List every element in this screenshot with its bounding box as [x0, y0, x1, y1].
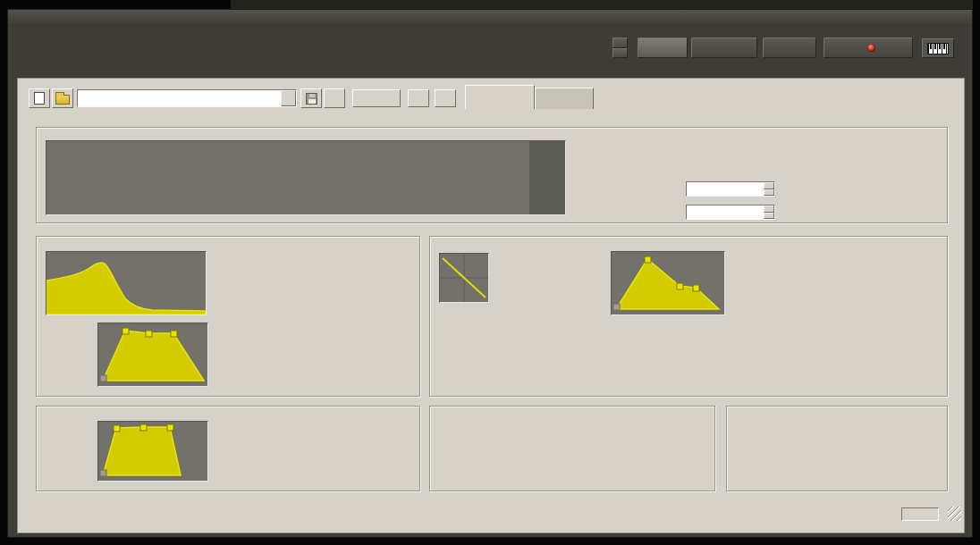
- preset-dropdown-icon[interactable]: [281, 90, 296, 106]
- save-preset-button[interactable]: [300, 88, 322, 108]
- end-up-icon[interactable]: [764, 205, 774, 213]
- start-value: [687, 182, 764, 196]
- titlebar[interactable]: [8, 10, 972, 27]
- close-icon[interactable]: [951, 12, 965, 25]
- filter-curve: [46, 252, 206, 314]
- status-box: [901, 507, 939, 521]
- open-preset-button[interactable]: [52, 88, 73, 108]
- keyboard-icon: [927, 43, 949, 54]
- dcf-envelope-curve: [98, 323, 207, 386]
- dca-envelope-display[interactable]: [97, 421, 208, 482]
- open-folder-icon: [55, 95, 70, 105]
- record-button: [691, 38, 757, 58]
- start-up-icon[interactable]: [764, 182, 774, 189]
- sample-waveform-display[interactable]: [46, 140, 566, 215]
- filter-response-display[interactable]: [46, 251, 207, 315]
- bypass-button[interactable]: [824, 38, 913, 58]
- save-disk-icon: [306, 93, 317, 105]
- out-group: [726, 406, 948, 491]
- dca-envelope-curve: [98, 422, 207, 481]
- virtual-keyboard-button[interactable]: [922, 38, 954, 58]
- dcf-envelope-display[interactable]: [97, 323, 208, 387]
- new-file-icon: [34, 92, 45, 105]
- lfo-shape-display[interactable]: [439, 253, 489, 303]
- new-preset-button[interactable]: [29, 88, 50, 108]
- preset-combobox[interactable]: [77, 89, 297, 107]
- waveform-end-region: [529, 141, 565, 214]
- end-value: [687, 205, 764, 219]
- stepper-down-icon[interactable]: [612, 48, 628, 59]
- reset-button: [352, 89, 401, 107]
- def-group: [429, 406, 715, 491]
- scheme-b-button[interactable]: [435, 89, 456, 107]
- lfo-envelope-display[interactable]: [611, 251, 725, 315]
- scheme-a-button[interactable]: [408, 89, 429, 107]
- delete-preset-button[interactable]: [324, 88, 345, 108]
- dcf-group: [36, 236, 420, 397]
- preset-name: [78, 90, 281, 106]
- samplv1-editor: [17, 78, 965, 533]
- background-window-fragment: [231, 0, 973, 9]
- remove-button: [763, 38, 816, 58]
- tab-sampler[interactable]: [465, 85, 535, 109]
- plugin-window: [7, 9, 973, 538]
- lfo-envelope-curve: [612, 252, 724, 314]
- start-down-icon[interactable]: [764, 189, 774, 197]
- end-down-icon[interactable]: [764, 213, 774, 220]
- lfo-group: [429, 236, 948, 397]
- lfo-shape-curve: [440, 254, 488, 302]
- stepper-up-icon[interactable]: [612, 38, 628, 48]
- preset-index-stepper[interactable]: [612, 38, 628, 58]
- gen-group: [36, 127, 948, 223]
- end-spinbox[interactable]: [686, 205, 775, 220]
- bypass-led-icon: [867, 44, 875, 52]
- tab-effects[interactable]: [535, 88, 594, 109]
- dca-group: [36, 406, 420, 491]
- start-spinbox[interactable]: [686, 181, 775, 197]
- resize-grip[interactable]: [948, 507, 961, 521]
- add-button[interactable]: [638, 38, 688, 58]
